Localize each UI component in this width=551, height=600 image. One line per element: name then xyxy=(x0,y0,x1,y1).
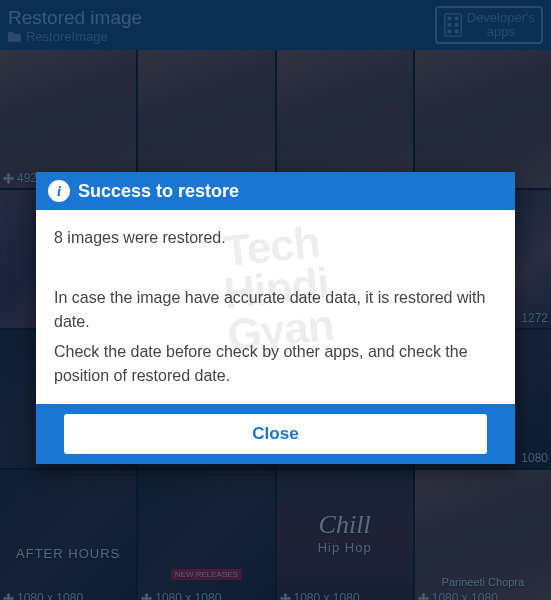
dimension-badge: 1080 x 1080 xyxy=(418,591,498,600)
move-icon xyxy=(418,593,429,601)
svg-rect-0 xyxy=(444,14,461,36)
dimension-badge: 1272 xyxy=(521,311,548,325)
dimension-badge: 1080 x 1080 xyxy=(280,591,360,600)
header-left: Restored image RestoreImage xyxy=(8,7,142,44)
info-icon: i xyxy=(48,180,70,202)
svg-rect-1 xyxy=(447,17,451,21)
apps-grid-icon xyxy=(443,13,463,37)
grid-thumb[interactable]: Parineeti Chopra 1080 x 1080 xyxy=(415,470,551,600)
thumb-label: AFTER HOURS xyxy=(16,545,120,560)
thumb-label-main: Chill xyxy=(318,510,372,540)
dimension-text: 1272 xyxy=(521,311,548,325)
grid-thumb[interactable]: 604 x 1272 xyxy=(138,50,274,188)
dialog-title: Success to restore xyxy=(78,181,239,202)
svg-rect-4 xyxy=(455,23,459,27)
dimension-text: 1080 x 1080 xyxy=(17,591,83,600)
move-icon xyxy=(3,593,14,601)
move-icon xyxy=(141,593,152,601)
svg-rect-2 xyxy=(455,17,459,21)
breadcrumb[interactable]: RestoreImage xyxy=(8,29,142,44)
thumb-label-sub: Hip Hop xyxy=(318,540,372,555)
thumb-label: Parineeti Chopra xyxy=(442,576,525,588)
dimension-badge: 1080 x 1080 xyxy=(3,591,83,600)
developers-apps-button[interactable]: Developer's apps xyxy=(435,6,543,45)
folder-icon xyxy=(8,30,22,42)
developers-apps-label: Developer's apps xyxy=(467,11,535,40)
grid-thumb[interactable] xyxy=(277,50,413,188)
dimension-text: 1080 x 1080 xyxy=(155,591,221,600)
app-header: Restored image RestoreImage Developer's … xyxy=(0,0,551,50)
restore-success-dialog: i Success to restore Tech Hindi Gyan 8 i… xyxy=(36,172,515,464)
dialog-footer: Close xyxy=(36,404,515,464)
grid-thumb[interactable]: Chill Hip Hop 1080 x 1080 xyxy=(277,470,413,600)
dialog-message-1: 8 images were restored. xyxy=(54,226,497,250)
close-button[interactable]: Close xyxy=(64,414,486,454)
dimension-text: 1080 xyxy=(521,451,548,465)
svg-rect-3 xyxy=(447,23,451,27)
grid-thumb[interactable]: NEW RELEASES 1080 x 1080 xyxy=(138,470,274,600)
dimension-badge: 1080 x 1080 xyxy=(141,591,221,600)
grid-thumb[interactable]: 492 x 1036 xyxy=(0,50,136,188)
dimension-text: 1080 x 1080 xyxy=(432,591,498,600)
dialog-body: Tech Hindi Gyan 8 images were restored. … xyxy=(36,210,515,404)
folder-name: RestoreImage xyxy=(26,29,108,44)
move-icon xyxy=(280,593,291,601)
svg-rect-6 xyxy=(455,30,459,34)
dialog-message-2: In case the image have accurate date dat… xyxy=(54,286,497,334)
dimension-badge: 1080 xyxy=(521,451,548,465)
thumb-label: Chill Hip Hop xyxy=(318,510,372,555)
dialog-header: i Success to restore xyxy=(36,172,515,210)
thumb-label: NEW RELEASES xyxy=(172,569,241,580)
svg-rect-5 xyxy=(447,30,451,34)
move-icon xyxy=(3,173,14,184)
dialog-message-3: Check the date before check by other app… xyxy=(54,340,497,388)
page-title: Restored image xyxy=(8,7,142,29)
grid-thumb[interactable] xyxy=(415,50,551,188)
grid-thumb[interactable]: AFTER HOURS 1080 x 1080 xyxy=(0,470,136,600)
dimension-text: 1080 x 1080 xyxy=(294,591,360,600)
